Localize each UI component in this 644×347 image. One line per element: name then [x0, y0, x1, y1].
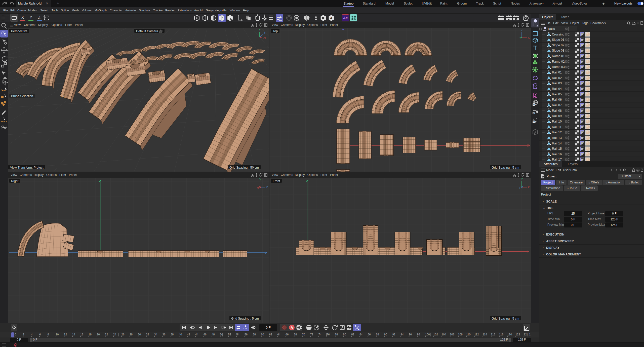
svg-text:28: 28: [130, 333, 133, 336]
svg-text:120: 120: [507, 333, 512, 336]
svg-text:Rail 10: Rail 10: [552, 120, 562, 123]
svg-text:Rail 03: Rail 03: [552, 82, 562, 85]
svg-text:12: 12: [64, 333, 67, 336]
svg-text:8: 8: [48, 333, 49, 336]
svg-text:ST: ST: [533, 112, 535, 114]
svg-text:Ramp 03: Ramp 03: [552, 65, 565, 69]
svg-text:Rail 17: Rail 17: [552, 158, 562, 161]
svg-text:112: 112: [474, 333, 479, 336]
svg-text:54: 54: [236, 333, 239, 336]
svg-text:40: 40: [179, 333, 182, 336]
svg-text:Rail 13: Rail 13: [552, 136, 562, 140]
svg-text:Rail 02: Rail 02: [552, 76, 562, 80]
svg-text:102: 102: [433, 333, 438, 336]
svg-text:20: 20: [97, 333, 100, 336]
svg-text:68: 68: [294, 333, 297, 336]
svg-text:106: 106: [450, 333, 454, 336]
svg-text:90: 90: [384, 333, 387, 336]
svg-text:Rail 07: Rail 07: [552, 103, 562, 107]
svg-text:2: 2: [23, 333, 24, 336]
svg-text:98: 98: [417, 333, 420, 336]
svg-text:42: 42: [187, 333, 190, 336]
svg-text:110: 110: [466, 333, 471, 336]
svg-text:A: A: [330, 16, 333, 20]
svg-text:116: 116: [491, 333, 495, 336]
svg-text:Z: Z: [519, 187, 520, 189]
svg-text:Rail 08: Rail 08: [552, 109, 562, 112]
svg-text:114: 114: [483, 333, 487, 336]
svg-text:6: 6: [39, 333, 41, 336]
svg-text:78: 78: [335, 333, 338, 336]
svg-text:Rails: Rails: [548, 27, 555, 31]
svg-text:122: 122: [515, 333, 520, 336]
svg-text:Rail 01: Rail 01: [552, 71, 562, 74]
svg-text:62: 62: [269, 333, 272, 336]
svg-text:22: 22: [105, 333, 108, 336]
svg-text:86: 86: [368, 333, 371, 336]
svg-text:Slope 02: Slope 02: [552, 44, 564, 47]
svg-text:Rail 09: Rail 09: [552, 114, 562, 118]
svg-text:X: X: [264, 37, 266, 40]
svg-text:Rail 15: Rail 15: [552, 147, 562, 150]
svg-text:Rail 14: Rail 14: [552, 142, 562, 145]
svg-text:38: 38: [171, 333, 174, 336]
svg-text:14: 14: [72, 333, 75, 336]
svg-text:4: 4: [31, 333, 32, 336]
svg-text:Rail 05: Rail 05: [552, 93, 562, 96]
svg-text:Rail 12: Rail 12: [552, 131, 562, 134]
svg-text:Rail 06: Rail 06: [552, 98, 562, 101]
svg-text:Ramp 02: Ramp 02: [552, 60, 565, 63]
svg-text:A: A: [245, 325, 247, 328]
svg-text:Y: Y: [521, 178, 523, 181]
svg-text:18: 18: [89, 333, 92, 336]
svg-text:76: 76: [327, 333, 330, 336]
svg-text:Z: Z: [264, 31, 265, 34]
svg-text:74: 74: [318, 333, 321, 336]
svg-text:104: 104: [441, 333, 446, 336]
svg-text:96: 96: [409, 333, 412, 336]
svg-text:0 F: 0 F: [266, 326, 271, 329]
svg-text:1: 1: [529, 333, 531, 336]
svg-text:Slope 01: Slope 01: [552, 38, 564, 42]
svg-text:82: 82: [351, 333, 354, 336]
svg-text:36: 36: [163, 333, 166, 336]
svg-text:Y: Y: [259, 178, 261, 181]
svg-text:60: 60: [261, 333, 264, 336]
svg-text:Rail 04: Rail 04: [552, 87, 562, 91]
svg-text:Crossing: Crossing: [552, 33, 564, 36]
svg-text:10: 10: [56, 333, 59, 336]
svg-text:58: 58: [253, 333, 256, 336]
svg-text:Z: Z: [521, 29, 523, 31]
svg-text:92: 92: [392, 333, 395, 336]
svg-text:56: 56: [245, 333, 248, 336]
svg-text:108: 108: [458, 333, 463, 336]
svg-text:Slope 03: Slope 03: [552, 49, 564, 52]
svg-text:Y: Y: [259, 29, 261, 31]
svg-text:48: 48: [212, 333, 215, 336]
svg-text:24: 24: [113, 333, 116, 336]
svg-text:52: 52: [228, 333, 231, 336]
svg-text:30: 30: [138, 333, 141, 336]
svg-text:X: X: [257, 187, 259, 189]
svg-text:26: 26: [121, 333, 124, 336]
svg-text:ST: ST: [533, 104, 535, 105]
svg-text:80: 80: [343, 333, 346, 336]
svg-text:32: 32: [146, 333, 149, 336]
svg-text:44: 44: [195, 333, 198, 336]
svg-text:Rail 16: Rail 16: [552, 152, 562, 156]
svg-text:Rail 11: Rail 11: [552, 125, 561, 129]
svg-text:72: 72: [310, 333, 313, 336]
svg-text:X: X: [528, 36, 530, 39]
svg-text:0: 0: [15, 333, 16, 336]
svg-text:118: 118: [499, 333, 504, 336]
svg-text:70: 70: [302, 333, 305, 336]
svg-text:64: 64: [277, 333, 280, 336]
svg-text:100: 100: [425, 333, 430, 336]
svg-text:16: 16: [80, 333, 83, 336]
svg-text:Z: Z: [266, 186, 268, 189]
svg-text:34: 34: [154, 333, 157, 336]
svg-text:ST: ST: [533, 121, 535, 123]
svg-text:Ramp 01: Ramp 01: [552, 54, 565, 58]
svg-text:66: 66: [286, 333, 289, 336]
svg-text:A: A: [291, 326, 293, 330]
